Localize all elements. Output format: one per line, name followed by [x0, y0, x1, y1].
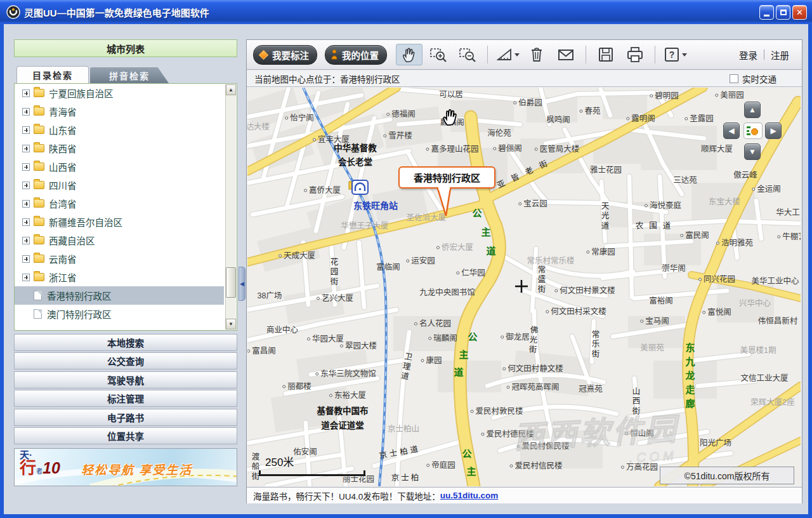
map-label: 露明阁 — [626, 112, 655, 124]
expand-plus-icon[interactable] — [22, 126, 30, 134]
tree-item-10[interactable]: 浙江省 — [15, 268, 224, 286]
pan-left-button[interactable]: ◀ — [723, 123, 740, 139]
tab-pinyin-search[interactable]: 拼音检索 — [90, 67, 169, 83]
pan-right-button[interactable]: ▶ — [765, 123, 782, 139]
tree-item-0[interactable]: 宁夏回族自治区 — [15, 84, 224, 102]
delete-tool[interactable] — [523, 44, 550, 65]
pan-down-button[interactable]: ▼ — [744, 143, 761, 160]
zoom-in-icon — [429, 46, 447, 63]
map-label: 爱民村信民楼 — [509, 459, 562, 471]
folder-icon — [34, 126, 44, 134]
mail-tool[interactable] — [553, 44, 579, 65]
map-label: 名人花园 — [414, 317, 451, 329]
tree-scrollbar[interactable]: ▲ ▼ — [225, 84, 236, 329]
map-viewport[interactable]: 可以居伯爵园美丽园怡宁阁驰达大楼德福阁麒麟阁海伦苑宜丰大厦雪芹楼中华基督教会长老… — [247, 88, 801, 486]
expand-plus-icon[interactable] — [22, 108, 30, 116]
tree-item-7[interactable]: 新疆维吾尔自治区 — [15, 213, 224, 231]
tree-item-11[interactable]: 香港特别行政区 — [15, 286, 224, 305]
minimize-button[interactable] — [759, 5, 774, 20]
tree-item-1[interactable]: 青海省 — [15, 102, 224, 121]
tree-item-label: 香港特别行政区 — [47, 289, 112, 302]
tree-item-9[interactable]: 云南省 — [15, 249, 224, 268]
pan-hand-tool[interactable] — [396, 44, 422, 65]
expand-plus-icon[interactable] — [22, 218, 30, 226]
folder-icon — [34, 218, 44, 226]
map-infobar: 当前地图中心点位于：香港特别行政区 实时交通 — [247, 70, 802, 87]
map-label: 基督教中国布 — [317, 404, 369, 416]
scroll-up-icon[interactable]: ▲ — [226, 84, 236, 95]
map-callout[interactable]: 香港特别行政区 — [398, 166, 495, 189]
login-link[interactable]: 登录 — [733, 48, 764, 62]
map-label: 东宝大楼 — [709, 195, 740, 207]
sidebar-tabs: 拼音检索 目录检索 — [14, 62, 237, 83]
expand-plus-icon[interactable] — [22, 200, 30, 208]
annotate-button[interactable]: 我要标注 — [253, 45, 317, 65]
close-button[interactable]: ✕ — [792, 5, 807, 20]
traffic-checkbox[interactable] — [730, 74, 738, 83]
map-label: 翠园大楼 — [340, 339, 377, 351]
map-label: 天成大厦 — [278, 249, 315, 261]
map-label: 海伦苑 — [487, 126, 511, 138]
map-label: 恒山阁 — [625, 427, 654, 439]
map-label: 常乐街 — [589, 330, 601, 360]
sidebar-menu-3[interactable]: 标注管理 — [14, 390, 237, 407]
pan-up-button[interactable]: ▲ — [744, 102, 761, 118]
tree-item-2[interactable]: 山东省 — [15, 121, 224, 139]
map-label: 富裕阁 — [649, 294, 673, 306]
tree-item-4[interactable]: 山西省 — [15, 157, 224, 176]
map-label: 枫鸣阁 — [546, 113, 570, 125]
metro-station-icon — [349, 180, 368, 194]
save-tool[interactable] — [593, 44, 619, 65]
map-label: 碧明园 — [650, 89, 679, 101]
tree-item-3[interactable]: 陕西省 — [15, 139, 224, 157]
download-link[interactable]: uu.51ditu.com — [440, 491, 499, 500]
register-link[interactable]: 注册 — [764, 48, 796, 62]
zoom-out-tool[interactable] — [454, 44, 481, 65]
map-label: 兴华中心 — [739, 296, 771, 309]
expand-plus-icon[interactable] — [22, 274, 30, 281]
sidebar-menu-1[interactable]: 公交查询 — [14, 352, 237, 369]
expand-plus-icon[interactable] — [22, 237, 30, 244]
help-caret-icon — [682, 53, 687, 56]
map-label: 花园街 — [328, 258, 340, 288]
sidebar-menu-0[interactable]: 本地搜索 — [14, 334, 237, 351]
map-label: 春苑 — [579, 104, 600, 116]
tree-item-12[interactable]: 澳门特别行政区 — [15, 305, 224, 323]
sidebar-menu-4[interactable]: 电子路书 — [14, 409, 237, 426]
zoom-in-tool[interactable] — [425, 44, 452, 65]
tab-directory-search[interactable]: 目录检索 — [16, 66, 89, 83]
my-location-button[interactable]: 我的位置 — [325, 45, 387, 65]
sidebar-menu-2[interactable]: 驾驶导航 — [14, 371, 237, 388]
city-list-header: 城市列表 — [14, 39, 237, 57]
person-icon — [331, 50, 338, 60]
map-label: 京士柏 — [391, 471, 421, 483]
scroll-thumb[interactable] — [226, 267, 236, 298]
map-label: 京士柏山 — [388, 422, 419, 434]
map-label: 佛光街 — [526, 325, 540, 355]
expand-plus-icon[interactable] — [22, 182, 30, 189]
maximize-button[interactable] — [776, 5, 790, 20]
sidebar-menu-5[interactable]: 位置共享 — [14, 427, 237, 444]
map-label: 金运阁 — [752, 182, 781, 194]
map-label: 阳光广场 — [700, 436, 731, 448]
sidebar-collapse-handle[interactable]: ◀ — [239, 267, 246, 301]
map-mode-icon[interactable] — [743, 123, 763, 139]
promo-banner[interactable]: 天· 行者10 轻松导航 享受生活 — [14, 448, 237, 486]
hand-icon — [401, 46, 417, 63]
tree-item-5[interactable]: 四川省 — [15, 176, 224, 194]
expand-plus-icon[interactable] — [22, 163, 30, 171]
map-label: 会长老堂 — [338, 155, 372, 168]
tree-item-6[interactable]: 台湾省 — [15, 194, 224, 213]
expand-plus-icon[interactable] — [22, 145, 30, 152]
map-label: 公 — [468, 329, 477, 343]
measure-tool[interactable] — [494, 44, 521, 65]
tree-item-8[interactable]: 西藏自治区 — [15, 231, 224, 249]
help-tool[interactable]: ? — [662, 44, 688, 65]
expand-plus-icon[interactable] — [22, 255, 30, 263]
scroll-down-icon[interactable]: ▼ — [226, 319, 236, 329]
map-label: 可以居 — [439, 88, 463, 100]
map-label: 公 — [472, 206, 481, 219]
expand-plus-icon[interactable] — [22, 90, 30, 97]
print-tool[interactable] — [622, 44, 648, 65]
tree-item-label: 台湾省 — [49, 197, 77, 210]
